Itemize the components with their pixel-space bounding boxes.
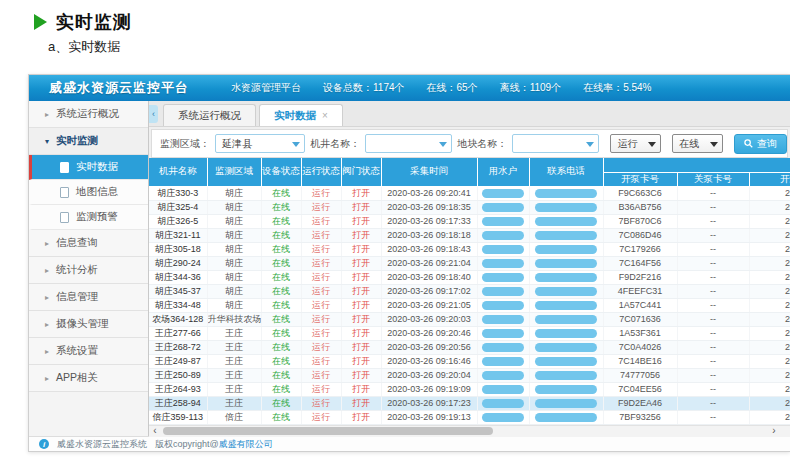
cell-open-card: 7C0A4026 bbox=[603, 340, 677, 354]
sidebar-item-info-manage[interactable]: ▸ 信息管理 bbox=[29, 284, 148, 311]
cell-device-status: 在线 bbox=[261, 396, 301, 410]
brand-title: 威盛水资源云监控平台 bbox=[49, 79, 189, 97]
scroll-left-icon[interactable]: ‹ bbox=[149, 425, 161, 437]
scroll-right-icon[interactable]: › bbox=[768, 425, 780, 437]
table-row[interactable]: 胡庄334-48 胡庄 在线 运行 打开 2020-03-26 09:21:05… bbox=[149, 298, 790, 312]
sidebar-item-system-overview[interactable]: ▸ 系统运行概况 bbox=[29, 101, 148, 128]
cell-run-status: 运行 bbox=[301, 186, 341, 200]
cell-open-time: 2020-0 bbox=[749, 368, 790, 382]
data-table-wrap: 机井名称 监测区域 设备状态 运行状态 阀门状态 采集时间 用水户 联系电话 开… bbox=[149, 158, 790, 425]
cell-region: 升华科技农场 bbox=[207, 312, 261, 326]
cell-collect-time: 2020-03-26 09:20:03 bbox=[381, 312, 477, 326]
table-row[interactable]: 胡庄325-4 胡庄 在线 运行 打开 2020-03-26 09:18:35 … bbox=[149, 200, 790, 214]
redaction-blob bbox=[482, 329, 524, 338]
redaction-blob bbox=[482, 203, 524, 212]
cell-device-status: 在线 bbox=[261, 186, 301, 200]
cell-valve-status: 打开 bbox=[341, 214, 381, 228]
sidebar-item-map-info[interactable]: 地图信息 bbox=[29, 180, 148, 205]
sidebar-item-realtime-data[interactable]: 实时数据 bbox=[29, 155, 148, 180]
col-well-name: 机井名称 bbox=[149, 158, 207, 186]
table-row[interactable]: 胡庄305-18 胡庄 在线 运行 打开 2020-03-26 09:18:43… bbox=[149, 242, 790, 256]
tab-realtime-data[interactable]: 实时数据 × bbox=[259, 104, 343, 126]
cell-phone bbox=[529, 256, 603, 270]
redaction-blob bbox=[482, 301, 524, 310]
cell-phone bbox=[529, 354, 603, 368]
chevron-right-icon: ▸ bbox=[45, 110, 49, 119]
search-button[interactable]: 查询 bbox=[734, 134, 787, 154]
cell-phone bbox=[529, 326, 603, 340]
horizontal-scrollbar[interactable]: ‹ › bbox=[149, 425, 790, 437]
document-icon bbox=[60, 187, 69, 198]
block-name-select[interactable] bbox=[512, 134, 599, 153]
table-row[interactable]: 王庄264-93 王庄 在线 运行 打开 2020-03-26 09:19:09… bbox=[149, 382, 790, 396]
table-row[interactable]: 王庄258-94 王庄 在线 运行 打开 2020-03-26 09:17:23… bbox=[149, 396, 790, 410]
run-status-select[interactable]: 运行 bbox=[610, 134, 661, 153]
header-stats: 水资源管理平台 设备总数：1174个 在线：65个 离线：1109个 在线率：5… bbox=[231, 81, 652, 95]
region-filter-label: 监测区域： bbox=[160, 137, 210, 151]
cell-open-card: 74777056 bbox=[603, 368, 677, 382]
cell-phone bbox=[529, 214, 603, 228]
cell-open-time: 2020-0 bbox=[749, 410, 790, 424]
table-row[interactable]: 农场364-128 升华科技农场 在线 运行 打开 2020-03-26 09:… bbox=[149, 312, 790, 326]
cell-valve-status: 打开 bbox=[341, 326, 381, 340]
table-row[interactable]: 胡庄344-36 胡庄 在线 运行 打开 2020-03-26 09:18:40… bbox=[149, 270, 790, 284]
cell-device-status: 在线 bbox=[261, 256, 301, 270]
redaction-blob bbox=[482, 245, 524, 254]
cell-phone bbox=[529, 270, 603, 284]
region-select[interactable]: 延津县 bbox=[215, 134, 305, 153]
redaction-blob bbox=[482, 357, 524, 366]
table-row[interactable]: 胡庄326-5 胡庄 在线 运行 打开 2020-03-26 09:17:33 … bbox=[149, 214, 790, 228]
sidebar-item-statistics[interactable]: ▸ 统计分析 bbox=[29, 257, 148, 284]
cell-valve-status: 打开 bbox=[341, 256, 381, 270]
cell-close-card: -- bbox=[677, 340, 749, 354]
cell-run-status: 运行 bbox=[301, 326, 341, 340]
table-header: 机井名称 监测区域 设备状态 运行状态 阀门状态 采集时间 用水户 联系电话 开… bbox=[149, 158, 790, 186]
redaction-blob bbox=[535, 301, 597, 310]
cell-valve-status: 打开 bbox=[341, 284, 381, 298]
scrollbar-thumb[interactable] bbox=[163, 427, 493, 435]
table-row[interactable]: 倍庄359-113 倍庄 在线 运行 打开 2020-03-26 09:19:1… bbox=[149, 410, 790, 424]
cell-collect-time: 2020-03-26 09:19:09 bbox=[381, 382, 477, 396]
cell-open-time: 2020-0 bbox=[749, 186, 790, 200]
cell-close-card: -- bbox=[677, 284, 749, 298]
cell-well-name: 王庄264-93 bbox=[149, 382, 207, 396]
col-open-time: 开泵时间 bbox=[749, 172, 790, 186]
cell-valve-status: 打开 bbox=[341, 340, 381, 354]
redaction-blob bbox=[535, 385, 597, 394]
stat-online-rate: 在线率：5.54% bbox=[583, 81, 651, 95]
table-row[interactable]: 王庄277-66 王庄 在线 运行 打开 2020-03-26 09:20:46… bbox=[149, 326, 790, 340]
sidebar-item-app-related[interactable]: ▸ APP相关 bbox=[29, 365, 148, 392]
sidebar-collapse-button[interactable]: ‹ bbox=[149, 105, 158, 123]
sidebar-item-monitor-alert[interactable]: 监测预警 bbox=[29, 205, 148, 230]
table-row[interactable]: 胡庄345-37 胡庄 在线 运行 打开 2020-03-26 09:17:02… bbox=[149, 284, 790, 298]
cell-well-name: 王庄258-94 bbox=[149, 396, 207, 410]
redaction-blob bbox=[535, 315, 597, 324]
table-row[interactable]: 王庄250-89 王庄 在线 运行 打开 2020-03-26 09:20:04… bbox=[149, 368, 790, 382]
cell-open-card: 7C164F56 bbox=[603, 256, 677, 270]
sidebar-item-system-settings[interactable]: ▸ 系统设置 bbox=[29, 338, 148, 365]
tab-system-overview[interactable]: 系统运行概况 bbox=[163, 104, 256, 126]
cell-open-card: F9D2F216 bbox=[603, 270, 677, 284]
online-status-select[interactable]: 在线 bbox=[672, 134, 723, 153]
sidebar-item-realtime-monitor[interactable]: ▾ 实时监测 bbox=[29, 128, 148, 155]
redaction-blob bbox=[482, 217, 524, 226]
redaction-blob bbox=[482, 413, 524, 422]
cell-open-time: 2020-0 bbox=[749, 256, 790, 270]
table-row[interactable]: 胡庄290-24 胡庄 在线 运行 打开 2020-03-26 09:21:04… bbox=[149, 256, 790, 270]
block-filter-label: 地块名称： bbox=[457, 137, 507, 151]
cell-region: 王庄 bbox=[207, 354, 261, 368]
cell-run-status: 运行 bbox=[301, 382, 341, 396]
table-row[interactable]: 胡庄321-11 胡庄 在线 运行 打开 2020-03-26 09:18:18… bbox=[149, 228, 790, 242]
table-row[interactable]: 胡庄330-3 胡庄 在线 运行 打开 2020-03-26 09:20:41 … bbox=[149, 186, 790, 200]
well-name-select[interactable] bbox=[365, 134, 452, 153]
app-window: 威盛水资源云监控平台 水资源管理平台 设备总数：1174个 在线：65个 离线：… bbox=[28, 74, 790, 452]
sidebar-item-camera-manage[interactable]: ▸ 摄像头管理 bbox=[29, 311, 148, 338]
table-row[interactable]: 王庄249-87 王庄 在线 运行 打开 2020-03-26 09:16:46… bbox=[149, 354, 790, 368]
table-row[interactable]: 王庄268-72 王庄 在线 运行 打开 2020-03-26 09:20:56… bbox=[149, 340, 790, 354]
redaction-blob bbox=[535, 329, 597, 338]
cell-close-card: -- bbox=[677, 256, 749, 270]
close-tab-icon[interactable]: × bbox=[322, 110, 328, 121]
cell-phone bbox=[529, 200, 603, 214]
cell-open-time: 2020-0 bbox=[749, 228, 790, 242]
sidebar-item-info-query[interactable]: ▸ 信息查询 bbox=[29, 230, 148, 257]
